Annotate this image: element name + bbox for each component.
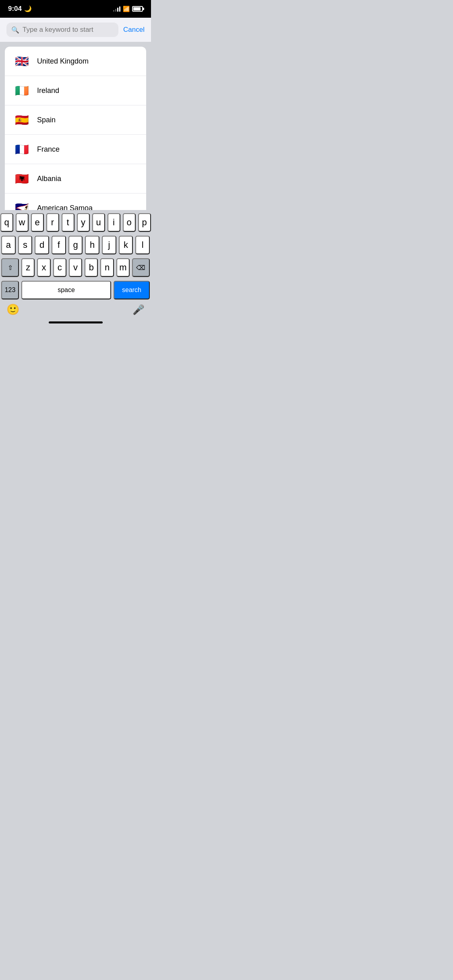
- list-item[interactable]: 🇬🇧United Kingdom: [5, 47, 146, 76]
- key-c[interactable]: c: [53, 258, 66, 277]
- search-area: 🔍 Cancel: [0, 18, 151, 42]
- key-v[interactable]: v: [69, 258, 82, 277]
- keyboard-row-4: 123 space search: [1, 281, 150, 299]
- key-p[interactable]: p: [138, 213, 151, 232]
- time-label: 9:04: [8, 5, 22, 13]
- key-f[interactable]: f: [52, 236, 66, 254]
- number-key[interactable]: 123: [1, 281, 19, 299]
- flag-icon: 🇪🇸: [13, 111, 31, 129]
- shift-key[interactable]: ⇧: [1, 258, 19, 277]
- keyboard-row-3: ⇧ zxcvbnm⌫: [1, 258, 150, 277]
- search-key[interactable]: search: [114, 281, 150, 299]
- search-input[interactable]: [23, 26, 114, 34]
- key-y[interactable]: y: [77, 213, 90, 232]
- flag-icon: 🇫🇷: [13, 140, 31, 158]
- country-name: Ireland: [37, 86, 59, 95]
- cancel-button[interactable]: Cancel: [123, 26, 145, 34]
- key-e[interactable]: e: [31, 213, 44, 232]
- home-indicator: [0, 319, 151, 327]
- keyboard: qwertyuiop asdfghjkl ⇧ zxcvbnm⌫ 123 spac…: [0, 210, 151, 327]
- battery-icon: [132, 6, 143, 12]
- key-q[interactable]: q: [0, 213, 13, 232]
- flag-icon: 🇦🇱: [13, 170, 31, 187]
- space-key[interactable]: space: [21, 281, 111, 299]
- key-x[interactable]: x: [37, 258, 50, 277]
- country-name: United Kingdom: [37, 57, 89, 66]
- country-name: Albania: [37, 175, 61, 183]
- list-item[interactable]: 🇮🇪Ireland: [5, 76, 146, 105]
- key-l[interactable]: l: [135, 236, 150, 254]
- emoji-button[interactable]: 🙂: [6, 303, 19, 316]
- flag-icon: 🇬🇧: [13, 52, 31, 70]
- country-name: Spain: [37, 116, 56, 124]
- key-i[interactable]: i: [108, 213, 120, 232]
- key-o[interactable]: o: [123, 213, 136, 232]
- wifi-icon: 📶: [123, 6, 130, 12]
- microphone-button[interactable]: 🎤: [132, 304, 145, 315]
- list-item[interactable]: 🇪🇸Spain: [5, 105, 146, 135]
- key-t[interactable]: t: [62, 213, 74, 232]
- key-m[interactable]: m: [116, 258, 130, 277]
- key-g[interactable]: g: [68, 236, 83, 254]
- keyboard-row-2: asdfghjkl: [1, 236, 150, 254]
- status-bar: 9:04 🌙 📶: [0, 0, 151, 18]
- key-h[interactable]: h: [85, 236, 99, 254]
- key-b[interactable]: b: [85, 258, 98, 277]
- home-bar: [49, 321, 103, 323]
- list-item[interactable]: 🇫🇷France: [5, 135, 146, 164]
- key-k[interactable]: k: [119, 236, 133, 254]
- keyboard-row-1: qwertyuiop: [1, 213, 150, 232]
- key-n[interactable]: n: [100, 258, 114, 277]
- key-u[interactable]: u: [92, 213, 105, 232]
- key-r[interactable]: r: [46, 213, 59, 232]
- search-icon: 🔍: [11, 26, 19, 34]
- key-z[interactable]: z: [21, 258, 35, 277]
- search-bar[interactable]: 🔍: [6, 23, 118, 37]
- moon-icon: 🌙: [24, 5, 32, 12]
- key-d[interactable]: d: [35, 236, 49, 254]
- key-w[interactable]: w: [16, 213, 29, 232]
- flag-icon: 🇮🇪: [13, 82, 31, 99]
- delete-key[interactable]: ⌫: [132, 258, 150, 277]
- status-time: 9:04 🌙: [8, 5, 32, 13]
- signal-bars-icon: [113, 6, 120, 12]
- key-j[interactable]: j: [102, 236, 116, 254]
- country-name: France: [37, 145, 60, 154]
- key-a[interactable]: a: [1, 236, 16, 254]
- status-icons: 📶: [113, 6, 143, 12]
- list-item[interactable]: 🇦🇱Albania: [5, 164, 146, 194]
- keyboard-bottom: 🙂 🎤: [0, 301, 151, 319]
- key-s[interactable]: s: [18, 236, 33, 254]
